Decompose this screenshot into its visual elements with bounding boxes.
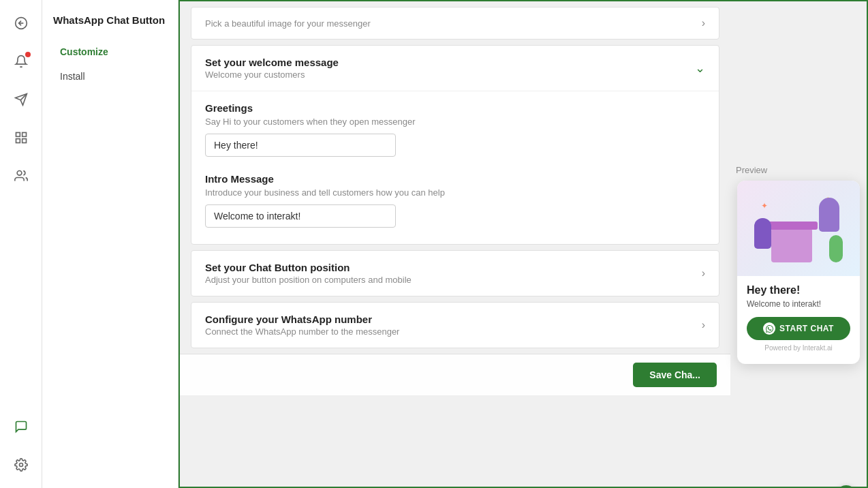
svg-point-9 xyxy=(19,463,22,467)
sidebar-icon-send[interactable] xyxy=(9,87,33,112)
whatsapp-icon xyxy=(763,322,775,335)
preview-greeting: Hey there! xyxy=(747,284,850,296)
intro-message-input[interactable] xyxy=(205,204,396,228)
greetings-input[interactable] xyxy=(205,134,396,157)
image-section-desc: Pick a beautiful image for your messenge… xyxy=(205,18,371,29)
configure-whatsapp-subtitle: Connect the WhatsApp number to the messe… xyxy=(205,326,399,337)
greetings-desc: Say Hi to your customers when they open … xyxy=(205,117,705,127)
nav-item-install[interactable]: Install xyxy=(53,65,167,87)
chat-button-position-header[interactable]: Set your Chat Button position Adjust you… xyxy=(191,251,719,296)
chat-button-position-title: Set your Chat Button position xyxy=(205,262,412,273)
svg-rect-5 xyxy=(22,133,26,137)
action-bar: Save Cha... xyxy=(180,354,730,395)
greetings-group: Greetings Say Hi to your customers when … xyxy=(205,102,705,157)
sidebar-icon-chat[interactable] xyxy=(9,414,33,439)
box-shape xyxy=(771,228,812,262)
svg-rect-6 xyxy=(22,139,26,143)
left-nav: WhatsApp Chat Button Customize Install xyxy=(42,0,179,488)
sidebar-icon-settings[interactable] xyxy=(9,453,33,477)
sidebar-icon-back[interactable] xyxy=(9,11,33,35)
greetings-label: Greetings xyxy=(205,102,705,114)
illustration: ★ ✦ xyxy=(751,187,846,269)
preview-powered-by: Powered by Interakt.ai xyxy=(747,340,850,356)
chat-button-position-subtitle: Adjust your button position on computers… xyxy=(205,275,412,285)
svg-rect-4 xyxy=(16,133,20,137)
plant xyxy=(829,235,843,262)
app-title: WhatsApp Chat Button xyxy=(53,14,167,27)
intro-message-group: Intro Message Introduce your business an… xyxy=(205,173,705,228)
svg-rect-7 xyxy=(16,139,20,143)
figure-2 xyxy=(754,218,771,249)
configure-whatsapp-title: Configure your WhatsApp number xyxy=(205,314,399,325)
intro-desc: Introduce your business and tell custome… xyxy=(205,187,705,198)
configure-whatsapp-section[interactable]: Configure your WhatsApp number Connect t… xyxy=(191,302,719,348)
welcome-body: Greetings Say Hi to your customers when … xyxy=(191,91,719,244)
close-preview-button[interactable]: × xyxy=(835,485,857,488)
content-area: Pick a beautiful image for your messenge… xyxy=(180,1,730,487)
welcome-header[interactable]: Set your welcome message Welcome your cu… xyxy=(191,46,719,91)
image-section-chevron: › xyxy=(702,17,705,29)
configure-whatsapp-chevron: › xyxy=(702,319,705,331)
chat-button-position-chevron: › xyxy=(702,267,705,279)
notification-badge xyxy=(25,52,31,57)
sidebar xyxy=(0,0,42,488)
figure-1 xyxy=(819,198,839,232)
welcome-chevron[interactable]: ⌄ xyxy=(695,61,705,76)
chat-button-position-section[interactable]: Set your Chat Button position Adjust you… xyxy=(191,250,719,296)
preview-card: ★ ✦ Hey there! Welcome to interakt! xyxy=(737,181,860,364)
start-chat-label: START CHAT xyxy=(779,324,834,333)
preview-body: Hey there! Welcome to interakt! START CH… xyxy=(737,276,860,364)
preview-intro: Welcome to interakt! xyxy=(747,299,850,309)
svg-point-8 xyxy=(17,171,22,176)
welcome-subtitle: Welcome your customers xyxy=(205,70,339,80)
nav-item-customize[interactable]: Customize xyxy=(53,41,167,63)
preview-label: Preview xyxy=(730,165,767,175)
start-chat-button[interactable]: START CHAT xyxy=(747,317,850,340)
box-lid xyxy=(766,222,818,230)
save-button[interactable]: Save Cha... xyxy=(633,363,717,387)
star-icon-2: ✦ xyxy=(761,201,768,211)
sidebar-icon-notifications[interactable] xyxy=(9,49,33,74)
configure-whatsapp-header[interactable]: Configure your WhatsApp number Connect t… xyxy=(191,303,719,348)
preview-panel: Preview ★ ✦ Hey there! Welcome to intera… xyxy=(730,1,867,487)
sidebar-icon-grid[interactable] xyxy=(9,125,33,150)
main-and-preview: Pick a beautiful image for your messenge… xyxy=(179,0,868,488)
sidebar-icon-users[interactable] xyxy=(9,164,33,188)
welcome-title: Set your welcome message xyxy=(205,57,339,68)
image-section[interactable]: Pick a beautiful image for your messenge… xyxy=(191,7,719,40)
preview-image: ★ ✦ xyxy=(737,181,860,276)
welcome-message-section: Set your welcome message Welcome your cu… xyxy=(191,45,719,245)
intro-label: Intro Message xyxy=(205,173,705,185)
